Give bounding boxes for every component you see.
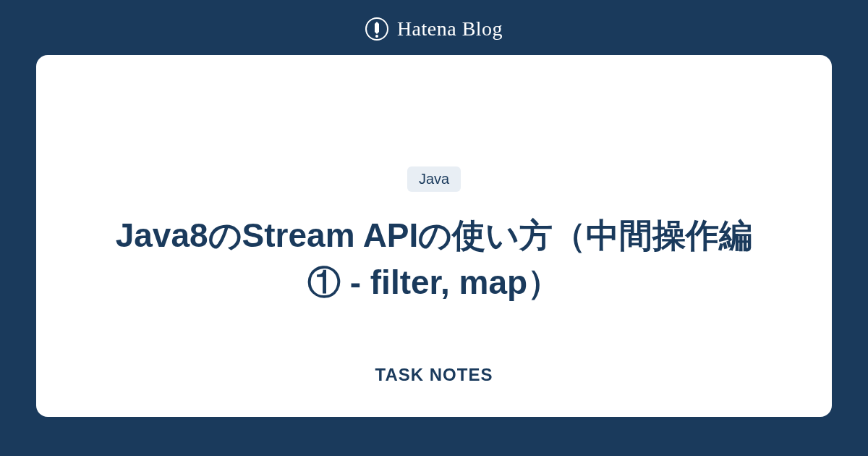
svg-point-1 bbox=[375, 35, 378, 38]
article-card: Java Java8のStream APIの使い方（中間操作編① - filte… bbox=[36, 55, 832, 417]
hatena-logo-icon bbox=[365, 17, 388, 41]
category-tag: Java bbox=[407, 166, 461, 192]
brand-name: Hatena Blog bbox=[397, 17, 503, 41]
header: Hatena Blog bbox=[365, 0, 503, 55]
article-title: Java8のStream APIの使い方（中間操作編① - filter, ma… bbox=[109, 212, 760, 305]
blog-name: TASK NOTES bbox=[375, 365, 493, 385]
